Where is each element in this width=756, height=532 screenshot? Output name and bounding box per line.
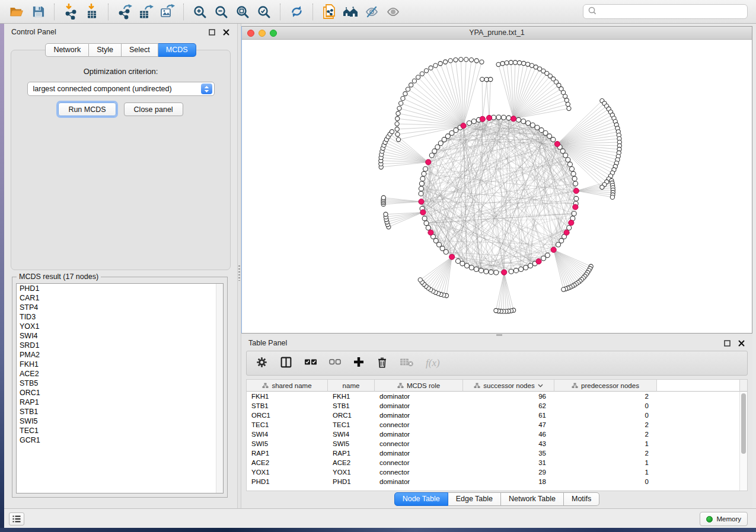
create-column-plus-icon[interactable] [353, 356, 365, 370]
close-panel-icon[interactable] [222, 28, 230, 36]
zoom-fit-icon[interactable] [232, 2, 253, 21]
mcds-result-node[interactable]: RAP1 [17, 398, 223, 407]
result-list-scrollbar[interactable] [216, 284, 223, 493]
float-panel-icon[interactable] [208, 28, 216, 36]
table-cell: dominator [375, 430, 463, 439]
mcds-result-node[interactable]: TEC1 [17, 426, 223, 435]
zoom-out-icon[interactable] [210, 2, 232, 21]
mcds-result-node[interactable]: TID3 [17, 312, 223, 322]
mcds-result-node[interactable]: ACE2 [17, 369, 223, 379]
mcds-result-node[interactable]: PMA2 [17, 350, 223, 360]
search-field[interactable] [583, 4, 748, 19]
export-network-icon[interactable] [114, 2, 135, 21]
table-cell: 0 [554, 411, 657, 420]
export-image-icon[interactable] [157, 2, 178, 21]
hide-graphics-details-icon[interactable] [361, 2, 382, 21]
window-close-icon[interactable] [247, 30, 254, 37]
control-panel-tabs: NetworkStyleSelectMCDS [45, 43, 196, 57]
first-neighbors-icon[interactable] [340, 2, 361, 21]
close-panel-button[interactable]: Close panel [124, 102, 183, 116]
table-row[interactable]: TEC1TEC1connector472 [247, 420, 747, 430]
zoom-selected-icon[interactable] [253, 2, 275, 21]
mcds-result-node[interactable]: PHD1 [17, 284, 223, 293]
table-row[interactable]: RAP1RAP1dominator352 [247, 448, 747, 458]
mcds-result-node[interactable]: SWI5 [17, 416, 223, 426]
task-history-button[interactable] [9, 512, 24, 525]
tab-select[interactable]: Select [122, 43, 158, 57]
table-settings-gear-icon[interactable] [256, 356, 268, 371]
apply-layout-icon[interactable] [286, 2, 307, 21]
mcds-result-node[interactable]: SWI4 [17, 331, 223, 341]
network-view-window: YPA_prune.txt_1 [241, 26, 752, 334]
tab-edge-table[interactable]: Edge Table [448, 492, 501, 506]
import-network-icon[interactable] [60, 2, 81, 21]
zoom-in-icon[interactable] [189, 2, 210, 21]
table-scrollbar[interactable] [739, 392, 747, 491]
mcds-result-list[interactable]: PHD1CAR1STP4TID3YOX1SWI4SRD1PMA2FKH1ACE2… [16, 283, 224, 493]
mcds-result-node[interactable]: FKH1 [17, 360, 223, 369]
window-maximize-icon[interactable] [270, 30, 277, 37]
mcds-result-node[interactable]: CAR1 [17, 293, 223, 303]
splitter-grip[interactable] [496, 334, 502, 336]
table-panel-tabs: Node TableEdge TableNetwork TableMotifs [394, 492, 600, 506]
column-header-successor-nodes[interactable]: successor nodes [463, 380, 554, 392]
scrollbar-thumb[interactable] [741, 393, 746, 454]
table-row[interactable]: ACE2ACE2connector311 [247, 458, 747, 467]
table-cell: PHD1 [247, 477, 328, 486]
control-panel: Control Panel NetworkStyleSelectMCDS Opt… [4, 24, 237, 508]
mcds-result-node[interactable]: GCR1 [17, 435, 223, 445]
show-graphics-details-icon[interactable] [382, 2, 404, 21]
splitter-grip[interactable] [238, 265, 240, 281]
column-header-mcds-role[interactable]: MCDS role [375, 380, 463, 392]
function-builder-icon[interactable]: f(x) [426, 357, 440, 369]
mcds-result-node[interactable]: STP4 [17, 303, 223, 312]
table-row[interactable]: ORC1ORC1dominator610 [247, 411, 747, 420]
tab-motifs[interactable]: Motifs [564, 492, 599, 506]
table-row[interactable]: FKH1FKH1dominator962 [247, 392, 747, 401]
network-canvas[interactable] [242, 40, 752, 333]
mcds-result-node[interactable]: STB1 [17, 407, 223, 416]
deselect-all-rows-icon[interactable] [329, 358, 341, 368]
network-titlebar[interactable]: YPA_prune.txt_1 [242, 27, 752, 40]
window-minimize-icon[interactable] [259, 30, 266, 37]
table-cell: 61 [463, 411, 554, 420]
run-mcds-button[interactable]: Run MCDS [58, 102, 116, 116]
memory-button[interactable]: Memory [700, 512, 748, 526]
show-column-panel-icon[interactable] [280, 356, 292, 371]
select-all-rows-icon[interactable] [304, 357, 317, 369]
mcds-result-node[interactable]: YOX1 [17, 322, 223, 331]
column-header-predecessor-nodes[interactable]: predecessor nodes [554, 380, 657, 392]
delete-table-icon[interactable] [400, 357, 414, 369]
column-header-shared-name[interactable]: shared name [247, 380, 328, 392]
search-input[interactable] [600, 8, 743, 16]
delete-column-trash-icon[interactable] [377, 356, 388, 371]
save-session-icon[interactable] [27, 2, 49, 21]
vertical-splitter[interactable] [237, 24, 241, 508]
close-panel-icon[interactable] [737, 339, 745, 347]
mcds-result-node[interactable]: ORC1 [17, 388, 223, 398]
mcds-result-node[interactable]: SRD1 [17, 341, 223, 350]
tab-network-table[interactable]: Network Table [501, 492, 564, 506]
table-row[interactable]: PHD1PHD1dominator180 [247, 477, 747, 486]
import-table-icon[interactable] [81, 2, 103, 21]
tab-node-table[interactable]: Node Table [394, 492, 448, 506]
table-cell: ACE2 [328, 458, 375, 467]
table-row[interactable]: SWI4SWI4dominator462 [247, 430, 747, 439]
column-header-name[interactable]: name [328, 380, 375, 392]
table-toolbar: f(x) [246, 351, 748, 376]
table-row[interactable]: SWI5SWI5connector431 [247, 439, 747, 448]
open-file-icon[interactable] [6, 2, 27, 21]
mcds-result-node[interactable]: STB5 [17, 379, 223, 388]
tab-style[interactable]: Style [89, 43, 122, 57]
tab-network[interactable]: Network [45, 43, 89, 57]
tab-mcds[interactable]: MCDS [158, 43, 196, 57]
float-panel-icon[interactable] [723, 339, 731, 347]
optimization-criterion-select[interactable]: largest connected component (undirected) [27, 82, 215, 96]
mcds-result-group: MCDS result (17 nodes) PHD1CAR1STP4TID3Y… [12, 277, 228, 498]
table-cell: 0 [554, 477, 657, 486]
open-session-icon[interactable] [318, 2, 340, 21]
table-cell: PHD1 [328, 477, 375, 486]
table-row[interactable]: STB1STB1dominator620 [247, 401, 747, 411]
export-table-icon[interactable] [135, 2, 157, 21]
table-row[interactable]: YOX1YOX1connector291 [247, 467, 747, 477]
